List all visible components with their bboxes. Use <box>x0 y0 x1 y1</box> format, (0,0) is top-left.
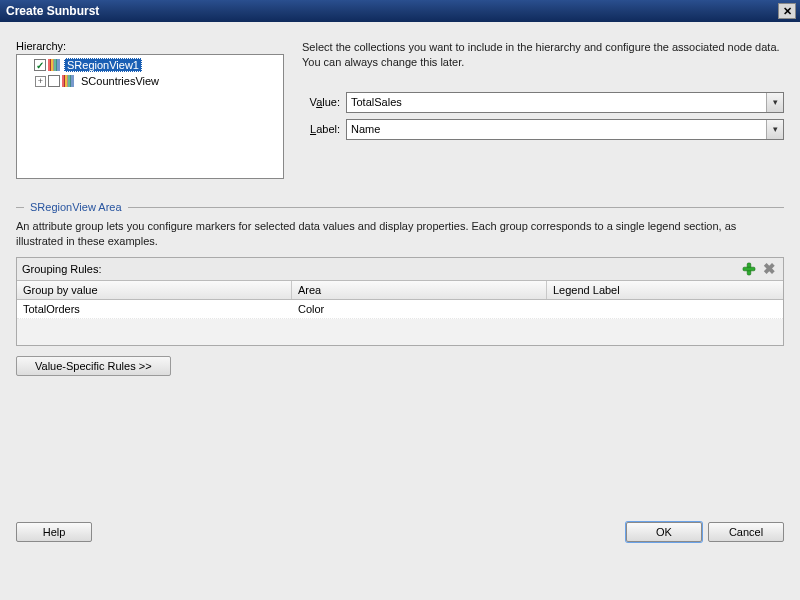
grouping-rules-label: Grouping Rules: <box>22 263 738 275</box>
expander-spacer <box>21 60 32 71</box>
section-sregionview-area: SRegionView Area An attribute group lets… <box>16 201 784 376</box>
expand-icon[interactable]: + <box>35 76 46 87</box>
grid-col-group-by: Group by value <box>17 281 292 299</box>
tree-node-sregionview1[interactable]: ✓ SRegionView1 <box>19 57 281 73</box>
value-combo[interactable]: TotalSales <box>346 92 784 113</box>
table-row[interactable]: TotalOrders Color <box>17 300 783 319</box>
checkbox-icon[interactable] <box>48 75 60 87</box>
tree-node-label: SRegionView1 <box>64 58 142 72</box>
cell-legend-label <box>547 300 783 318</box>
value-specific-area: Value-Specific Rules >> <box>16 356 784 376</box>
ok-button[interactable]: OK <box>626 522 702 542</box>
chevron-down-icon[interactable] <box>766 93 783 112</box>
delete-rule-button[interactable]: ✖ <box>760 261 778 277</box>
tree-node-label: SCountriesView <box>78 75 162 87</box>
cell-group-by: TotalOrders <box>17 300 292 318</box>
add-rule-button[interactable] <box>740 261 758 277</box>
grouping-rules-panel: Grouping Rules: ✖ Group by value Area Le… <box>16 257 784 346</box>
label-label: Label: <box>302 123 346 135</box>
value-combo-value: TotalSales <box>347 93 766 112</box>
grouping-rules-grid[interactable]: Group by value Area Legend Label TotalOr… <box>17 280 783 345</box>
grid-col-area: Area <box>292 281 547 299</box>
hierarchy-label: Hierarchy: <box>16 40 284 52</box>
cancel-button[interactable]: Cancel <box>708 522 784 542</box>
hierarchy-tree[interactable]: ✓ SRegionView1 + SCountriesView <box>16 54 284 179</box>
value-row: Value: TotalSales <box>302 92 784 113</box>
chevron-down-icon[interactable] <box>766 120 783 139</box>
label-combo-value: Name <box>347 120 766 139</box>
checkbox-icon[interactable]: ✓ <box>34 59 46 71</box>
value-specific-rules-button[interactable]: Value-Specific Rules >> <box>16 356 171 376</box>
section-title: SRegionView Area <box>24 201 128 213</box>
grid-header: Group by value Area Legend Label <box>17 281 783 300</box>
dialog-content: Hierarchy: ✓ SRegionView1 + SCountriesVi… <box>0 22 800 558</box>
datasource-icon <box>48 59 62 71</box>
section-description: An attribute group lets you configure ma… <box>16 219 784 249</box>
plus-icon <box>742 262 756 276</box>
value-label: Value: <box>302 96 346 108</box>
close-icon[interactable]: ✕ <box>778 3 796 19</box>
label-combo[interactable]: Name <box>346 119 784 140</box>
grid-body: TotalOrders Color <box>17 300 783 345</box>
grid-filler <box>17 319 783 345</box>
help-button[interactable]: Help <box>16 522 92 542</box>
dialog-footer: Help OK Cancel <box>0 516 800 558</box>
datasource-icon <box>62 75 76 87</box>
window-title: Create Sunburst <box>6 4 99 18</box>
titlebar: Create Sunburst ✕ <box>0 0 800 22</box>
divider <box>16 207 24 208</box>
cell-area: Color <box>292 300 547 318</box>
label-row: Label: Name <box>302 119 784 140</box>
tree-node-scountriesview[interactable]: + SCountriesView <box>19 73 281 89</box>
grid-col-legend-label: Legend Label <box>547 281 783 299</box>
instruction-text: Select the collections you want to inclu… <box>302 40 784 70</box>
divider <box>128 207 784 208</box>
svg-rect-1 <box>743 267 755 271</box>
